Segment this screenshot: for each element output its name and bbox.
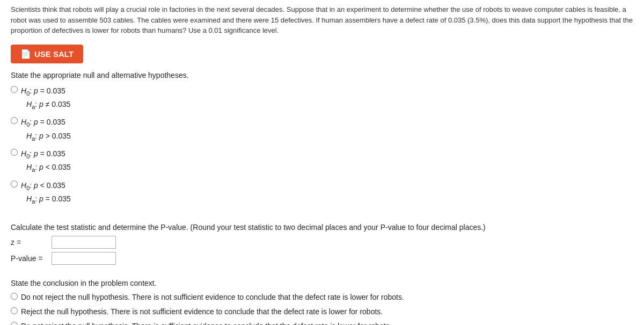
z-row: z = <box>11 236 633 249</box>
salt-icon: 📄 <box>20 49 31 59</box>
conclusion-option-2: Reject the null hypothesis. There is not… <box>11 306 633 317</box>
h0-4: H0: p < 0.035 <box>21 179 71 193</box>
conclusion-text-3: Do not reject the null hypothesis. There… <box>21 321 392 325</box>
pvalue-row: P-value = <box>11 252 633 265</box>
hypothesis-radio-1[interactable] <box>11 86 18 93</box>
conclusion-radio-2[interactable] <box>11 307 18 314</box>
h0-2: H0: p = 0.035 <box>21 116 71 129</box>
h0-1: H0: p = 0.035 <box>21 85 70 98</box>
ha-4: Ha: p = 0.035 <box>26 193 71 206</box>
conclusion-radio-3[interactable] <box>11 322 18 325</box>
z-label: z = <box>11 238 48 247</box>
conclusion-option-3: Do not reject the null hypothesis. There… <box>11 321 633 325</box>
ha-2: Ha: p > 0.035 <box>26 130 71 143</box>
h0-3: H0: p = 0.035 <box>21 148 71 161</box>
conclusion-text-2: Reject the null hypothesis. There is not… <box>21 306 383 317</box>
calc-label: Calculate the test statistic and determi… <box>11 223 633 232</box>
conclusion-radio-1[interactable] <box>11 293 18 300</box>
ha-1: Ha: p ≠ 0.035 <box>26 98 70 112</box>
calc-section: Calculate the test statistic and determi… <box>0 216 644 273</box>
z-input[interactable] <box>52 236 116 249</box>
hypothesis-option-4: H0: p < 0.035 Ha: p = 0.035 <box>11 179 633 207</box>
pvalue-label: P-value = <box>11 254 48 263</box>
hypothesis-radio-2[interactable] <box>11 117 18 124</box>
hypotheses-label: State the appropriate null and alternati… <box>11 71 633 80</box>
pvalue-input[interactable] <box>52 252 116 265</box>
conclusion-label: State the conclusion in the problem cont… <box>11 279 633 287</box>
ha-3: Ha: p < 0.035 <box>26 161 71 175</box>
hypothesis-radio-4[interactable] <box>11 180 18 187</box>
conclusion-section: State the conclusion in the problem cont… <box>0 273 644 325</box>
hypotheses-section: State the appropriate null and alternati… <box>0 71 644 216</box>
hypothesis-radio-3[interactable] <box>11 149 18 156</box>
hypothesis-option-1: H0: p = 0.035 Ha: p ≠ 0.035 <box>11 85 633 112</box>
hypothesis-option-2: H0: p = 0.035 Ha: p > 0.035 <box>11 116 633 143</box>
hypothesis-option-3: H0: p = 0.035 Ha: p < 0.035 <box>11 148 633 175</box>
use-salt-button[interactable]: 📄 USE SALT <box>11 45 83 63</box>
conclusion-text-1: Do not reject the null hypothesis. There… <box>21 292 404 303</box>
conclusion-option-1: Do not reject the null hypothesis. There… <box>11 292 633 303</box>
intro-text: Scientists think that robots will play a… <box>0 0 644 39</box>
